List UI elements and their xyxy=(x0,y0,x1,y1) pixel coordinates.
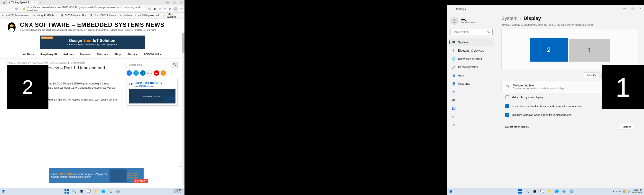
url-bar[interactable]: 🔒 https://www.cnx-software.com/2022/08/2… xyxy=(20,6,146,12)
start-button[interactable] xyxy=(518,189,523,194)
sidebar-ad[interactable]: I·Pi NXP i.MX 8M Plus on SMARC module i.… xyxy=(126,79,178,106)
clock[interactable]: 6:39 PM 8/28/2022 xyxy=(173,189,182,194)
remember-locations-checkbox[interactable]: ✓ xyxy=(505,104,509,108)
breadcrumb-parent[interactable]: System xyxy=(502,16,518,21)
display-box-1[interactable]: 1 xyxy=(569,39,610,62)
bookmark-item[interactable]: 🗎can2040 project ad... xyxy=(134,14,161,17)
rss-icon[interactable]: ⌀ xyxy=(161,70,166,76)
bookmark-item[interactable]: 🗎MangoPi MQ Pro -... xyxy=(32,14,59,17)
window-minimize-button[interactable]: — xyxy=(164,0,171,4)
nav-link[interactable]: Tutorials xyxy=(97,53,108,56)
volume-icon[interactable]: 🔊 xyxy=(628,190,630,192)
language-indicator[interactable]: ENG xyxy=(616,190,621,192)
taskview-button[interactable]: ▣ xyxy=(78,189,84,194)
ad-close-icon[interactable]: ✕ xyxy=(179,165,181,168)
edge-button[interactable]: 🌐 xyxy=(554,189,559,194)
window-close-button[interactable]: ✕ xyxy=(178,0,184,4)
search-button[interactable]: 🔍 xyxy=(71,189,77,194)
linkedin-icon[interactable]: in xyxy=(140,70,146,76)
menu-icon[interactable]: ⋯ xyxy=(180,7,183,10)
bookmark-item[interactable]: 🗎ศูนย์ให้ได้สุดลอดเทรน... xyxy=(2,14,31,17)
translate-icon[interactable]: ▣ xyxy=(153,7,156,10)
nav-link[interactable]: Raspberry Pi xyxy=(40,53,57,56)
nav-refresh-button[interactable]: ⟳ xyxy=(14,6,19,11)
window-maximize-button[interactable]: ▢ xyxy=(628,5,636,12)
nav-item[interactable]: ↻ xyxy=(449,121,494,129)
search-input[interactable] xyxy=(127,62,171,68)
buy-now-button[interactable]: BUY NOW xyxy=(133,179,148,183)
author-link[interactable]: JEAN-LUC AUFRANC (CNXSOFT) xyxy=(32,62,69,64)
clock[interactable]: 6:39 PM 8/28/2022 xyxy=(632,189,642,194)
extensions-icon[interactable]: ⊕ xyxy=(168,7,171,10)
nav-link[interactable]: Arduino xyxy=(63,53,74,56)
nav-item[interactable]: ♿ xyxy=(449,105,494,112)
minimize-disconnect-checkbox[interactable]: ✓ xyxy=(505,113,509,117)
start-button[interactable] xyxy=(64,189,69,194)
tray-chevron-icon[interactable]: ⌃ xyxy=(608,190,610,192)
window-maximize-button[interactable]: ▢ xyxy=(171,0,178,4)
taskview-button[interactable]: ▣ xyxy=(532,189,538,194)
nav-link[interactable]: PCBONLINE ▾ xyxy=(144,53,162,56)
new-tab-button[interactable]: + xyxy=(38,0,42,5)
find-setting-input[interactable]: Find a setting 🔍 xyxy=(450,29,492,35)
display-arrangement[interactable]: 2 1 xyxy=(502,29,638,70)
comments-link[interactable]: 1 COMMENT xyxy=(71,62,86,64)
nav-forward-button[interactable]: → xyxy=(8,6,13,11)
nav-system[interactable]: 🖥️System xyxy=(449,38,494,46)
favorite-icon[interactable]: ☆ xyxy=(158,7,161,10)
onedrive-icon[interactable]: ☁ xyxy=(612,190,614,192)
profile-avatar[interactable] xyxy=(173,6,178,11)
settings-button[interactable]: ⚙️ xyxy=(115,189,120,194)
nav-bluetooth[interactable]: ᛒBluetooth & devices xyxy=(449,47,494,54)
window-close-button[interactable]: ✕ xyxy=(636,5,644,12)
browser-tab[interactable]: Trigkey Speed S3 mini PC revie... ✕ xyxy=(6,0,38,5)
window-minimize-button[interactable]: — xyxy=(621,5,628,12)
facebook-icon[interactable]: f xyxy=(126,70,132,76)
tab-handle-icon[interactable]: ▣ xyxy=(2,1,6,4)
nav-personalization[interactable]: 🖌️Personalization xyxy=(449,63,494,71)
nav-link[interactable]: Shop xyxy=(114,53,121,56)
network-icon[interactable]: 📶 xyxy=(623,190,626,192)
tab-close-icon[interactable]: ✕ xyxy=(34,1,36,4)
nav-link[interactable]: Reviews xyxy=(80,53,90,56)
bookmark-item[interactable]: 🐧เรื่อง - CNX Software... xyxy=(90,14,118,17)
bookmark-item[interactable]: 🗎โลติดตัด xyxy=(120,14,132,17)
explorer-button[interactable]: 📁 xyxy=(93,189,98,194)
nav-link[interactable]: All News xyxy=(23,53,34,56)
bookmark-item[interactable]: 🐧CNX Software - Em... xyxy=(60,14,88,17)
scrollbar[interactable] xyxy=(182,33,184,185)
mewe-icon[interactable]: MeWe xyxy=(147,70,152,76)
display-box-2[interactable]: 2 xyxy=(530,38,568,62)
nav-network[interactable]: 🌐Network & internet xyxy=(449,55,494,63)
banner-ad[interactable]: WINBLOCK Design Your IoT Solution Clean … xyxy=(40,36,145,49)
youtube-icon[interactable]: ▶ xyxy=(154,70,159,76)
nav-accounts[interactable]: 👤Accounts xyxy=(449,80,494,88)
floating-ad[interactable]: e first RISC-V SBC ever made for your DI… xyxy=(49,168,144,183)
widgets-button[interactable]: ▣ xyxy=(2,190,5,193)
back-button[interactable]: ← xyxy=(450,7,453,11)
search-button[interactable]: 🔍 xyxy=(525,189,530,194)
twitter-icon[interactable]: t xyxy=(134,70,139,76)
detect-button[interactable]: Detect xyxy=(619,124,634,130)
explorer-button[interactable]: 📁 xyxy=(547,189,552,194)
scrollbar-thumb[interactable] xyxy=(182,33,184,52)
store-button[interactable]: 🛍 xyxy=(561,189,566,194)
read-aloud-icon[interactable]: Aᴬ xyxy=(148,7,151,10)
other-favorites-button[interactable]: 📁Other favorites xyxy=(163,13,182,18)
widgets-button[interactable]: ▣ xyxy=(449,190,452,193)
site-title[interactable]: CNX SOFTWARE – EMBEDDED SYSTEMS NEWS xyxy=(20,22,178,28)
search-button[interactable] xyxy=(171,62,178,68)
collections-icon[interactable]: ✧ xyxy=(164,7,166,10)
nav-item[interactable]: 🎮 xyxy=(449,96,494,104)
chat-button[interactable]: 💬 xyxy=(539,189,545,194)
settings-button[interactable]: ⚙️ xyxy=(568,189,574,194)
nav-back-button[interactable]: ← xyxy=(2,6,6,11)
nav-item[interactable]: 🛡 xyxy=(449,113,494,121)
site-logo-icon[interactable] xyxy=(7,22,16,33)
identify-button[interactable]: Identify xyxy=(584,72,600,78)
nav-apps[interactable]: ▦Apps xyxy=(449,72,494,79)
store-button[interactable]: 🛍 xyxy=(108,189,113,194)
nav-link[interactable]: About ▾ xyxy=(127,53,137,56)
chat-button[interactable]: 💬 xyxy=(86,189,91,194)
make-main-checkbox[interactable] xyxy=(505,96,509,99)
